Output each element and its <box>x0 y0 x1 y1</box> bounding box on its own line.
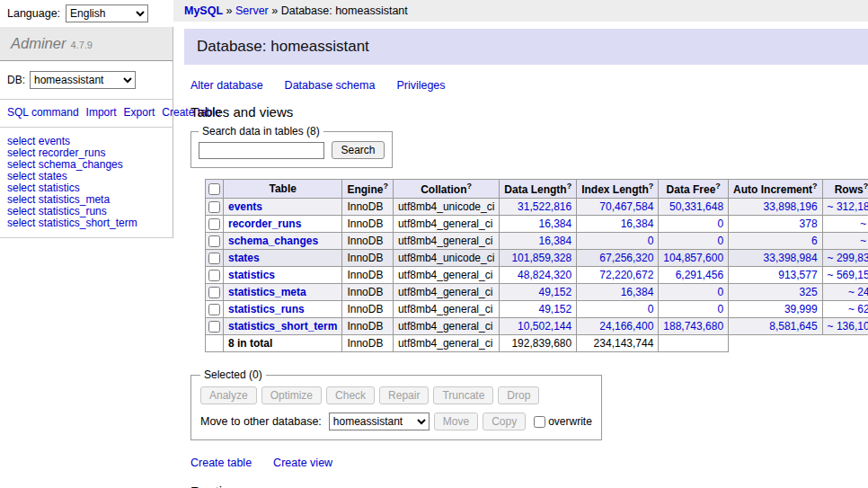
select-link-schema-changes[interactable]: select <box>7 158 35 171</box>
sidebar-action-import[interactable]: Import <box>86 106 117 119</box>
selected-action-optimize[interactable]: Optimize <box>261 386 322 404</box>
breadcrumb-link-server[interactable]: Server <box>235 4 269 17</box>
help-icon[interactable]: ? <box>715 182 721 191</box>
table-name-link-recorder-runs[interactable]: recorder_runs <box>228 217 301 230</box>
row-checkbox-statistics[interactable] <box>208 270 220 281</box>
row-checkbox-recorder-runs[interactable] <box>208 218 220 230</box>
auto-increment-link-states[interactable]: 33,398,984 <box>764 252 818 264</box>
rows-link-schema-changes[interactable]: ~ 3 <box>860 235 868 247</box>
data-free-link-recorder-runs[interactable]: 0 <box>717 217 723 230</box>
search-input[interactable] <box>199 142 324 159</box>
select-link-events[interactable]: select <box>7 135 35 147</box>
help-icon[interactable]: ? <box>467 182 473 191</box>
row-checkbox-statistics-meta[interactable] <box>208 287 220 298</box>
data-length-link-statistics-runs[interactable]: 49,152 <box>538 303 571 315</box>
row-checkbox-schema-changes[interactable] <box>208 235 220 247</box>
breadcrumb-link-mysql[interactable]: MySQL <box>184 4 223 17</box>
table-name-link-states[interactable]: states <box>228 252 260 264</box>
db-link-alter-database[interactable]: Alter database <box>190 79 263 92</box>
select-link-statistics-runs[interactable]: select <box>7 205 35 217</box>
table-name-link-events[interactable]: events <box>228 200 262 213</box>
adminer-logo-link[interactable]: Adminer <box>11 35 66 52</box>
data-free-link-statistics-short-term[interactable]: 188,743,680 <box>663 320 723 333</box>
db-link-database-schema[interactable]: Database schema <box>285 79 376 92</box>
rows-link-recorder-runs[interactable]: ~ 5 <box>860 217 868 230</box>
rows-link-statistics[interactable]: ~ 569,159 <box>828 269 868 281</box>
index-length-link-recorder-runs[interactable]: 16,384 <box>621 217 654 230</box>
row-checkbox-statistics-short-term[interactable] <box>208 321 220 333</box>
auto-increment-link-statistics[interactable]: 913,577 <box>778 269 817 281</box>
help-icon[interactable]: ? <box>383 182 388 191</box>
search-button[interactable]: Search <box>332 141 384 159</box>
auto-increment-link-schema-changes[interactable]: 6 <box>811 235 818 247</box>
table-link-states[interactable]: states <box>39 170 67 182</box>
rows-link-events[interactable]: ~ 312,180 <box>828 200 868 213</box>
table-name-link-statistics-runs[interactable]: statistics_runs <box>228 303 305 315</box>
rows-link-states[interactable]: ~ 299,833 <box>828 252 868 264</box>
help-icon[interactable]: ? <box>567 182 572 191</box>
table-name-link-statistics-short-term[interactable]: statistics_short_term <box>228 320 337 333</box>
index-length-link-statistics[interactable]: 72,220,672 <box>599 269 653 281</box>
select-link-statistics-meta[interactable]: select <box>7 193 35 206</box>
sidebar-action-export[interactable]: Export <box>124 106 155 119</box>
db-link-privileges[interactable]: Privileges <box>396 79 445 92</box>
index-length-link-states[interactable]: 67,256,320 <box>599 252 653 264</box>
row-checkbox-states[interactable] <box>208 253 220 264</box>
select-link-statistics[interactable]: select <box>7 182 35 194</box>
table-link-statistics-meta[interactable]: statistics_meta <box>39 193 110 206</box>
selected-action-drop[interactable]: Drop <box>498 386 539 404</box>
link-create-table[interactable]: Create table <box>190 457 252 469</box>
data-length-link-schema-changes[interactable]: 16,384 <box>538 235 571 247</box>
select-link-states[interactable]: select <box>7 170 35 182</box>
row-checkbox-statistics-runs[interactable] <box>208 304 220 315</box>
help-icon[interactable]: ? <box>864 182 868 191</box>
auto-increment-link-events[interactable]: 33,898,196 <box>764 200 818 213</box>
data-length-link-statistics-meta[interactable]: 49,152 <box>538 286 571 298</box>
table-link-events[interactable]: events <box>39 135 70 147</box>
rows-link-statistics-short-term[interactable]: ~ 136,108 <box>828 320 868 333</box>
data-free-link-statistics[interactable]: 6,291,456 <box>676 269 723 281</box>
db-select[interactable]: homeassistant <box>30 71 136 89</box>
data-free-link-schema-changes[interactable]: 0 <box>717 235 723 247</box>
data-length-link-states[interactable]: 101,859,328 <box>511 252 571 264</box>
table-link-schema-changes[interactable]: schema_changes <box>39 158 123 171</box>
data-free-link-states[interactable]: 104,857,600 <box>663 252 723 264</box>
select-link-statistics-short-term[interactable]: select <box>7 217 35 229</box>
data-free-link-events[interactable]: 50,331,648 <box>669 200 723 213</box>
copy-button[interactable]: Copy <box>483 413 526 430</box>
data-length-link-events[interactable]: 31,522,816 <box>518 200 571 213</box>
select-link-recorder-runs[interactable]: select <box>7 146 35 159</box>
table-name-link-schema-changes[interactable]: schema_changes <box>228 235 318 247</box>
table-link-statistics-short-term[interactable]: statistics_short_term <box>39 217 137 229</box>
data-length-link-recorder-runs[interactable]: 16,384 <box>538 217 571 230</box>
rows-link-statistics-meta[interactable]: ~ 244 <box>848 286 868 298</box>
auto-increment-link-recorder-runs[interactable]: 378 <box>800 217 818 230</box>
index-length-link-schema-changes[interactable]: 0 <box>648 235 654 247</box>
move-button[interactable]: Move <box>434 413 478 430</box>
index-length-link-statistics-meta[interactable]: 16,384 <box>621 286 654 298</box>
index-length-link-statistics-short-term[interactable]: 24,166,400 <box>599 320 653 333</box>
index-length-link-events[interactable]: 70,467,584 <box>599 200 653 213</box>
table-name-link-statistics-meta[interactable]: statistics_meta <box>228 286 306 298</box>
table-name-link-statistics[interactable]: statistics <box>228 269 275 281</box>
auto-increment-link-statistics-meta[interactable]: 325 <box>800 286 818 298</box>
move-db-select[interactable]: homeassistant <box>329 413 430 430</box>
data-free-link-statistics-meta[interactable]: 0 <box>717 286 723 298</box>
data-length-link-statistics-short-term[interactable]: 10,502,144 <box>518 320 571 333</box>
row-checkbox-events[interactable] <box>208 201 220 213</box>
help-icon[interactable]: ? <box>812 182 818 191</box>
table-link-statistics[interactable]: statistics <box>39 182 80 194</box>
language-select[interactable]: English <box>66 4 148 22</box>
selected-action-check[interactable]: Check <box>326 386 375 404</box>
auto-increment-link-statistics-runs[interactable]: 39,999 <box>784 303 818 315</box>
selected-action-repair[interactable]: Repair <box>379 386 429 404</box>
table-link-recorder-runs[interactable]: recorder_runs <box>39 146 106 159</box>
data-length-link-statistics[interactable]: 48,824,320 <box>518 269 571 281</box>
rows-link-statistics-runs[interactable]: ~ 628 <box>848 303 868 315</box>
help-icon[interactable]: ? <box>649 182 654 191</box>
link-create-view[interactable]: Create view <box>273 457 332 469</box>
data-free-link-statistics-runs[interactable]: 0 <box>717 303 723 315</box>
index-length-link-statistics-runs[interactable]: 0 <box>648 303 654 315</box>
overwrite-checkbox[interactable] <box>534 416 545 428</box>
select-all-checkbox[interactable] <box>208 183 220 195</box>
